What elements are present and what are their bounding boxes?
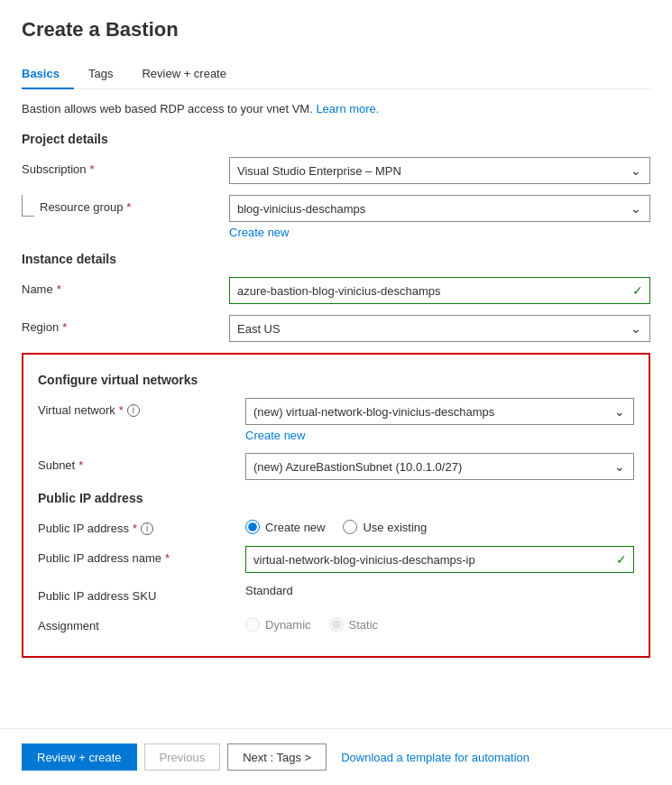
subnet-row: Subnet * (new) AzureBastionSubnet (10.0.… bbox=[38, 453, 634, 480]
name-input-wrapper: ✓ bbox=[229, 277, 650, 304]
bottom-bar: Review + create Previous Next : Tags > D… bbox=[0, 728, 672, 785]
subscription-row: Subscription * Visual Studio Enterprise … bbox=[22, 157, 650, 184]
dynamic-radio bbox=[245, 617, 260, 632]
assignment-label: Assignment bbox=[38, 614, 245, 633]
page-container: Create a Bastion Basics Tags Review + cr… bbox=[0, 0, 672, 785]
assignment-control: Dynamic Static bbox=[245, 614, 634, 632]
vnet-dropdown-wrapper: (new) virtual-network-blog-vinicius-desc… bbox=[245, 398, 634, 425]
pip-name-check-icon: ✓ bbox=[616, 552, 627, 567]
region-row: Region * East US bbox=[22, 315, 650, 342]
public-ip-sku-control: Standard bbox=[245, 584, 634, 597]
subnet-dropdown[interactable]: (new) AzureBastionSubnet (10.0.1.0/27) bbox=[245, 453, 634, 480]
page-title: Create a Bastion bbox=[22, 18, 650, 42]
create-new-radio-option[interactable]: Create new bbox=[245, 520, 325, 534]
subnet-control: (new) AzureBastionSubnet (10.0.1.0/27) bbox=[245, 453, 634, 480]
instance-details-header: Instance details bbox=[22, 252, 650, 266]
public-ip-sku-row: Public IP address SKU Standard bbox=[38, 584, 634, 603]
pip-name-required: * bbox=[165, 551, 170, 565]
name-required: * bbox=[57, 282, 61, 296]
public-ip-radio-label: Public IP address * i bbox=[38, 516, 245, 535]
subscription-control: Visual Studio Enterprise – MPN bbox=[229, 157, 650, 184]
resource-group-dropdown[interactable]: blog-vinicius-deschamps bbox=[229, 195, 650, 222]
previous-button[interactable]: Previous bbox=[144, 743, 221, 771]
subscription-dropdown[interactable]: Visual Studio Enterprise – MPN bbox=[229, 157, 650, 184]
virtual-network-dropdown[interactable]: (new) virtual-network-blog-vinicius-desc… bbox=[245, 398, 634, 425]
name-check-icon: ✓ bbox=[632, 283, 643, 298]
create-new-radio-label: Create new bbox=[265, 521, 325, 534]
subnet-dropdown-wrapper: (new) AzureBastionSubnet (10.0.1.0/27) bbox=[245, 453, 634, 480]
public-ip-sku-label: Public IP address SKU bbox=[38, 584, 245, 603]
tab-review-create[interactable]: Review + create bbox=[127, 60, 241, 89]
create-new-radio[interactable] bbox=[245, 520, 260, 534]
tabs: Basics Tags Review + create bbox=[22, 60, 650, 89]
public-ip-name-input[interactable] bbox=[245, 546, 634, 573]
assignment-row: Assignment Dynamic Static bbox=[38, 614, 634, 633]
description: Bastion allows web based RDP access to y… bbox=[22, 102, 650, 115]
public-ip-name-control: ✓ bbox=[245, 546, 634, 573]
next-button[interactable]: Next : Tags > bbox=[227, 743, 327, 771]
assignment-radio-group: Dynamic Static bbox=[245, 614, 634, 632]
subscription-required: * bbox=[90, 162, 95, 176]
tab-tags[interactable]: Tags bbox=[74, 60, 127, 89]
automation-link[interactable]: Download a template for automation bbox=[341, 751, 529, 764]
static-radio bbox=[329, 617, 344, 632]
use-existing-radio-label: Use existing bbox=[363, 521, 427, 534]
public-ip-section: Public IP address Public IP address * i … bbox=[38, 491, 634, 633]
public-ip-name-label: Public IP address name * bbox=[38, 546, 245, 565]
indent-line bbox=[22, 195, 40, 217]
pip-required: * bbox=[133, 522, 137, 535]
vnet-required: * bbox=[119, 403, 124, 417]
vnet-info-icon[interactable]: i bbox=[127, 404, 140, 417]
pip-name-input-wrapper: ✓ bbox=[245, 546, 634, 573]
region-dropdown[interactable]: East US bbox=[229, 315, 650, 342]
virtual-network-label: Virtual network * i bbox=[38, 398, 245, 417]
region-control: East US bbox=[229, 315, 650, 342]
virtual-network-row: Virtual network * i (new) virtual-networ… bbox=[38, 398, 634, 442]
region-required: * bbox=[62, 320, 67, 334]
public-ip-radio-control: Create new Use existing bbox=[245, 516, 634, 534]
learn-more-link[interactable]: Learn more. bbox=[316, 102, 379, 115]
subnet-label: Subnet * bbox=[38, 453, 245, 472]
subscription-dropdown-wrapper: Visual Studio Enterprise – MPN bbox=[229, 157, 650, 184]
dynamic-radio-option: Dynamic bbox=[245, 617, 311, 632]
region-label: Region * bbox=[22, 315, 229, 334]
public-ip-name-row: Public IP address name * ✓ bbox=[38, 546, 634, 573]
use-existing-radio[interactable] bbox=[343, 520, 357, 534]
name-control: ✓ bbox=[229, 277, 650, 304]
project-details-header: Project details bbox=[22, 132, 650, 146]
virtual-networks-section: Configure virtual networks Virtual netwo… bbox=[22, 353, 650, 658]
use-existing-radio-option[interactable]: Use existing bbox=[343, 520, 427, 534]
subnet-required: * bbox=[78, 458, 83, 472]
resource-group-row: Resource group * blog-vinicius-deschamps… bbox=[22, 195, 650, 239]
virtual-network-control: (new) virtual-network-blog-vinicius-desc… bbox=[245, 398, 634, 442]
name-input[interactable] bbox=[229, 277, 650, 304]
region-dropdown-wrapper: East US bbox=[229, 315, 650, 342]
virtual-networks-header: Configure virtual networks bbox=[38, 373, 634, 387]
tab-basics[interactable]: Basics bbox=[22, 60, 74, 89]
resource-group-label: Resource group * bbox=[40, 195, 229, 214]
public-ip-radio-row: Public IP address * i Create new Use exi… bbox=[38, 516, 634, 535]
public-ip-header: Public IP address bbox=[38, 491, 634, 505]
static-radio-option: Static bbox=[329, 617, 379, 632]
dynamic-radio-label: Dynamic bbox=[265, 618, 311, 632]
subscription-label: Subscription * bbox=[22, 157, 229, 176]
public-ip-radio-group: Create new Use existing bbox=[245, 516, 634, 534]
resource-group-create-new[interactable]: Create new bbox=[229, 226, 289, 239]
review-create-button[interactable]: Review + create bbox=[22, 743, 137, 771]
resource-group-required: * bbox=[126, 200, 131, 214]
resource-group-dropdown-wrapper: blog-vinicius-deschamps bbox=[229, 195, 650, 222]
name-label: Name * bbox=[22, 277, 229, 296]
name-row: Name * ✓ bbox=[22, 277, 650, 304]
public-ip-sku-value: Standard bbox=[245, 578, 293, 597]
resource-group-control: blog-vinicius-deschamps Create new bbox=[229, 195, 650, 239]
vnet-create-new[interactable]: Create new bbox=[245, 429, 305, 442]
static-radio-label: Static bbox=[349, 618, 379, 632]
pip-info-icon[interactable]: i bbox=[141, 522, 153, 535]
